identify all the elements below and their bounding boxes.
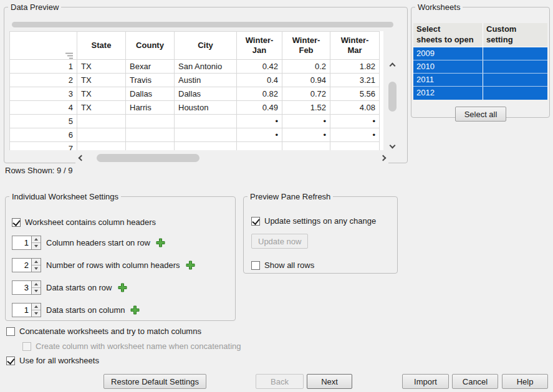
cell[interactable]: [77, 128, 126, 142]
table-row[interactable]: 4 TX Harris Houston 0.49 1.52 4.08: [10, 101, 380, 115]
cell[interactable]: Bexar: [126, 60, 175, 74]
row-number[interactable]: 5: [10, 115, 77, 128]
horizontal-scroll-thumb[interactable]: [97, 154, 200, 162]
help-button[interactable]: Help: [502, 374, 548, 389]
cell[interactable]: 1.52: [282, 101, 330, 115]
select-all-button[interactable]: Select all: [455, 107, 506, 122]
column-header-state[interactable]: State: [77, 32, 126, 60]
cell[interactable]: [282, 142, 330, 151]
cell[interactable]: TX: [77, 101, 126, 115]
horizontal-scrollbar[interactable]: [75, 153, 388, 163]
cell[interactable]: •: [237, 115, 282, 128]
spin-up-button[interactable]: [32, 259, 41, 265]
import-button[interactable]: Import: [402, 374, 449, 389]
spin-up-button[interactable]: [32, 281, 41, 288]
scroll-up-button[interactable]: [387, 60, 398, 69]
cell[interactable]: [175, 142, 237, 151]
show-all-rows-checkbox[interactable]: [251, 261, 260, 270]
cell[interactable]: 1.82: [330, 60, 380, 74]
vertical-scroll-track[interactable]: [387, 69, 398, 141]
cell[interactable]: [175, 128, 237, 142]
vertical-scroll-thumb[interactable]: [388, 82, 397, 112]
cell[interactable]: 0.49: [237, 101, 282, 115]
table-row[interactable]: 3 TX Dallas Dallas 0.82 0.72 5.56: [10, 87, 380, 101]
add-setting-icon[interactable]: [117, 282, 128, 293]
cell[interactable]: [237, 142, 282, 151]
scroll-down-button[interactable]: [387, 141, 398, 151]
rows-with-headers-stepper[interactable]: [12, 258, 41, 272]
cell[interactable]: •: [330, 115, 380, 128]
row-number[interactable]: 2: [10, 74, 77, 87]
spin-down-button[interactable]: [32, 288, 41, 294]
concatenate-worksheets-checkbox[interactable]: [6, 327, 15, 336]
cell[interactable]: 0.72: [282, 87, 330, 101]
create-column-checkbox-row[interactable]: Create column with worksheet name when c…: [22, 342, 241, 351]
add-setting-icon[interactable]: [185, 260, 196, 270]
cell[interactable]: 0.94: [282, 74, 330, 87]
row-number[interactable]: 1: [10, 60, 77, 74]
column-header-winter-feb[interactable]: Winter- Feb: [282, 32, 330, 60]
row-number[interactable]: 4: [10, 101, 77, 115]
cell[interactable]: •: [282, 128, 330, 142]
table-row[interactable]: 1 TX Bexar San Antonio 0.42 0.2 1.82: [10, 60, 380, 74]
row-number[interactable]: 6: [10, 128, 77, 142]
spin-up-button[interactable]: [32, 304, 41, 310]
table-row[interactable]: 2 TX Travis Austin 0.4 0.94 3.21: [10, 74, 380, 87]
spin-down-button[interactable]: [32, 243, 41, 249]
update-on-change-checkbox[interactable]: [251, 217, 260, 226]
column-header-winter-jan[interactable]: Winter- Jan: [237, 32, 282, 60]
scroll-right-button[interactable]: [379, 153, 388, 163]
worksheet-row-2010[interactable]: 2010: [413, 60, 547, 74]
restore-default-settings-button[interactable]: Restore Default Settings: [103, 374, 206, 389]
cell[interactable]: Dallas: [126, 87, 175, 101]
rows-with-headers-input[interactable]: [12, 258, 31, 272]
cell[interactable]: [126, 142, 175, 151]
worksheet-row-2009[interactable]: 2009: [413, 47, 547, 60]
column-header-winter-mar[interactable]: Winter- Mar: [330, 32, 380, 60]
cell[interactable]: [330, 142, 380, 151]
data-starts-column-input[interactable]: [12, 303, 31, 317]
cell[interactable]: San Antonio: [175, 60, 237, 74]
cell[interactable]: •: [237, 128, 282, 142]
cell[interactable]: [77, 142, 126, 151]
row-number[interactable]: 7: [10, 142, 77, 151]
cell[interactable]: •: [330, 128, 380, 142]
data-starts-row-stepper[interactable]: [12, 280, 41, 295]
cell[interactable]: 0.82: [237, 87, 282, 101]
cell[interactable]: 4.08: [330, 101, 380, 115]
spin-up-button[interactable]: [32, 236, 41, 243]
cell[interactable]: Harris: [126, 101, 175, 115]
table-row[interactable]: 6 • • •: [10, 128, 380, 142]
cell[interactable]: 0.42: [237, 60, 282, 74]
column-header-city[interactable]: City: [175, 32, 237, 60]
cell[interactable]: Dallas: [175, 87, 237, 101]
column-reorder-icon[interactable]: [65, 42, 74, 60]
column-headers-start-row-stepper[interactable]: [12, 236, 41, 250]
cell[interactable]: 5.56: [330, 87, 380, 101]
top-horizontal-scrollbar[interactable]: [12, 22, 393, 27]
table-row[interactable]: 7: [10, 142, 380, 151]
add-setting-icon[interactable]: [155, 237, 166, 248]
cell[interactable]: [175, 115, 237, 128]
back-button[interactable]: Back: [256, 374, 304, 389]
use-for-all-worksheets-checkbox[interactable]: [6, 356, 15, 365]
cell[interactable]: [126, 128, 175, 142]
cell[interactable]: Austin: [175, 74, 237, 87]
table-row[interactable]: 5 • • •: [10, 115, 380, 128]
cell[interactable]: 0.4: [237, 74, 282, 87]
cell[interactable]: TX: [77, 87, 126, 101]
cancel-button[interactable]: Cancel: [452, 374, 498, 389]
cell[interactable]: TX: [77, 74, 126, 87]
worksheet-contains-headers-checkbox-row[interactable]: Worksheet contains column headers: [12, 218, 156, 227]
column-header-county[interactable]: County: [126, 32, 175, 60]
cell[interactable]: 0.2: [282, 60, 330, 74]
cell[interactable]: Travis: [126, 74, 175, 87]
add-setting-icon[interactable]: [130, 305, 140, 315]
column-headers-start-row-input[interactable]: [12, 236, 31, 250]
data-starts-row-input[interactable]: [12, 280, 31, 295]
spin-down-button[interactable]: [32, 265, 41, 272]
data-starts-column-stepper[interactable]: [12, 303, 41, 317]
update-on-change-checkbox-row[interactable]: Update settings on any change: [251, 216, 376, 226]
worksheet-row-2012[interactable]: 2012: [413, 87, 547, 100]
cell[interactable]: TX: [77, 60, 126, 74]
